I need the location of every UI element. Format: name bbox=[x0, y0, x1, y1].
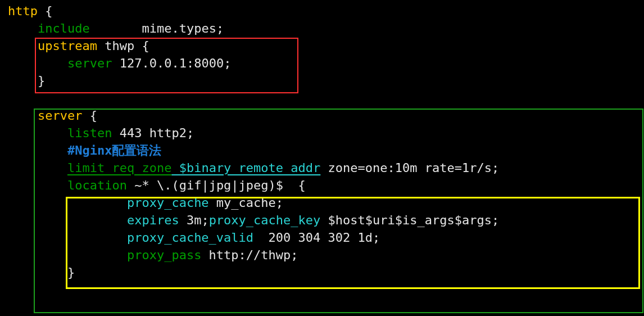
kw-upstream: upstream bbox=[38, 39, 97, 53]
kw-server: server bbox=[38, 109, 82, 123]
proxy-pass-val: http://thwp; bbox=[201, 248, 298, 262]
upstream-name: thwp { bbox=[97, 39, 149, 53]
brace-close: } bbox=[67, 265, 75, 279]
kw-http: http bbox=[8, 4, 38, 18]
server-addr: 127.0.0.1:8000; bbox=[112, 56, 231, 70]
listen-val: 443 http2; bbox=[112, 126, 194, 140]
location-pattern: ~* \.(gif|jpg|jpeg)$ { bbox=[127, 178, 306, 192]
directive-include: include bbox=[38, 21, 90, 35]
proxy-cache-val: my_cache; bbox=[209, 196, 283, 210]
directive-server: server bbox=[67, 56, 112, 70]
directive-proxy-cache-key: proxy_cache_key bbox=[209, 213, 321, 227]
val-mime: mime.types bbox=[142, 21, 216, 35]
brace: { bbox=[82, 109, 97, 123]
proxy-cache-valid-val: 200 304 302 1d; bbox=[253, 231, 380, 245]
comment-text: Nginx配置语法 bbox=[75, 143, 161, 157]
expires-val: 3m; bbox=[179, 213, 209, 227]
proxy-cache-key-val: $host$uri$is_args$args; bbox=[320, 213, 499, 227]
brace: { bbox=[38, 4, 53, 18]
directive-expires: expires bbox=[127, 213, 179, 227]
comment-hash: # bbox=[67, 143, 75, 157]
brace-close: } bbox=[38, 74, 45, 88]
directive-listen: listen bbox=[67, 126, 112, 140]
directive-limit-req-zone: limit_req_zone bbox=[67, 161, 171, 175]
lrz-rest: zone=one:10m rate=1r/s; bbox=[320, 161, 499, 175]
directive-proxy-cache: proxy_cache bbox=[127, 196, 209, 210]
semi: ; bbox=[216, 21, 224, 35]
var-binary-remote: $binary_remote_addr bbox=[171, 161, 320, 175]
directive-proxy-cache-valid: proxy_cache_valid bbox=[127, 231, 253, 245]
code-block: http { include mime.types; upstream thwp… bbox=[0, 0, 644, 281]
directive-location: location bbox=[67, 178, 127, 192]
directive-proxy-pass: proxy_pass bbox=[127, 248, 201, 262]
